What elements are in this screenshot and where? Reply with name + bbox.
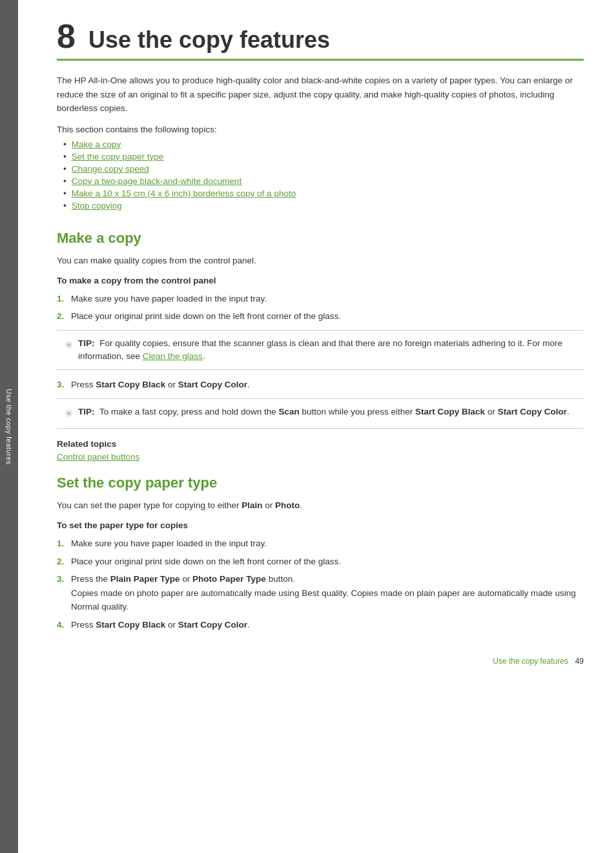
tip2-text-before: To make a fast copy, press and hold down…: [99, 407, 278, 416]
step-num-2: 2.: [57, 309, 71, 324]
make-copy-step-2: 2. Place your original print side down o…: [57, 309, 584, 324]
side-tab: Use the copy features: [0, 0, 18, 853]
sp-step3-after: button.: [266, 574, 295, 584]
set-paper-bold1: Plain: [241, 500, 262, 510]
sp-step4-bold2: Start Copy Color: [178, 620, 247, 630]
toc-list: Make a copy Set the copy paper type Chan…: [63, 139, 584, 211]
chapter-number: 8: [57, 19, 76, 53]
tip-sun-icon-1: ✳: [65, 338, 73, 353]
tip-text-after-1: .: [203, 351, 205, 361]
toc-item-5: Make a 10 x 15 cm (4 x 6 inch) borderles…: [63, 189, 584, 198]
tip-clean-glass-link[interactable]: Clean the glass: [143, 351, 203, 361]
tip-label-2: TIP:: [78, 407, 95, 416]
tip-box-2: ✳ TIP: To make a fast copy, press and ho…: [57, 398, 584, 429]
toc-link-two-page[interactable]: Copy a two-page black-and-white document: [72, 176, 241, 186]
sp-step-num-2: 2.: [57, 555, 71, 569]
toc-link-set-paper-type[interactable]: Set the copy paper type: [72, 152, 164, 161]
make-copy-steps: 1. Make sure you have paper loaded in th…: [57, 292, 584, 324]
sp-step-text-3: Press the Plain Paper Type or Photo Pape…: [71, 572, 584, 614]
set-paper-subheading: To set the paper type for copies: [57, 520, 584, 530]
set-paper-step-4: 4. Press Start Copy Black or Start Copy …: [57, 618, 584, 632]
toc-link-borderless[interactable]: Make a 10 x 15 cm (4 x 6 inch) borderles…: [72, 189, 296, 198]
page-footer: Use the copy features 49: [57, 652, 584, 666]
set-paper-intro-after: .: [300, 500, 302, 510]
step-text-2: Place your original print side down on t…: [71, 309, 584, 324]
step3-bold1: Start Copy Black: [96, 380, 165, 389]
make-copy-step3-list: 3. Press Start Copy Black or Start Copy …: [57, 378, 584, 392]
toc-link-stop-copying[interactable]: Stop copying: [72, 201, 122, 211]
step-num-1: 1.: [57, 292, 71, 306]
make-copy-heading: Make a copy: [57, 230, 584, 247]
make-copy-step-3: 3. Press Start Copy Black or Start Copy …: [57, 378, 584, 392]
sp-step3-mid: or: [180, 574, 193, 584]
tip-content-2: TIP: To make a fast copy, press and hold…: [78, 406, 570, 418]
toc-item-3: Change copy speed: [63, 164, 584, 174]
set-paper-intro-before: You can set the paper type for copying t…: [57, 500, 241, 510]
tip2-bold1: Scan: [278, 407, 299, 416]
set-paper-bold2: Photo: [275, 500, 300, 510]
sp-step-text-2: Place your original print side down on t…: [71, 555, 584, 569]
step-text-1: Make sure you have paper loaded in the i…: [71, 292, 584, 306]
topics-intro: This section contains the following topi…: [57, 125, 584, 134]
toc-link-make-copy[interactable]: Make a copy: [72, 139, 121, 149]
sp-step4-bold1: Start Copy Black: [96, 620, 165, 630]
set-paper-step-3: 3. Press the Plain Paper Type or Photo P…: [57, 572, 584, 614]
chapter-header: 8 Use the copy features: [57, 19, 584, 61]
set-paper-intro-mid: or: [262, 500, 275, 510]
toc-link-change-speed[interactable]: Change copy speed: [72, 164, 149, 174]
make-copy-subheading: To make a copy from the control panel: [57, 276, 584, 285]
toc-item-1: Make a copy: [63, 139, 584, 149]
related-topics-label: Related topics: [57, 439, 584, 449]
tip2-text-after: .: [567, 407, 570, 416]
tip-content-1: TIP: For quality copies, ensure that the…: [78, 337, 576, 364]
tip-box-1: ✳ TIP: For quality copies, ensure that t…: [57, 330, 584, 371]
tip2-bold3: Start Copy Color: [498, 407, 567, 416]
control-panel-buttons-link[interactable]: Control panel buttons: [57, 452, 139, 462]
tip-sun-icon-2: ✳: [65, 406, 73, 422]
step3-text-before: Press: [71, 380, 96, 389]
sp-step4-before: Press: [71, 620, 96, 630]
sp-step-num-4: 4.: [57, 618, 71, 632]
sp-step4-after: .: [247, 620, 250, 630]
sp-step-num-1: 1.: [57, 537, 71, 551]
sp-step-text-1: Make sure you have paper loaded in the i…: [71, 537, 584, 551]
set-paper-steps: 1. Make sure you have paper loaded in th…: [57, 537, 584, 632]
tip2-bold2: Start Copy Black: [415, 407, 485, 416]
toc-item-2: Set the copy paper type: [63, 152, 584, 161]
step3-text-after: .: [247, 380, 250, 389]
tip2-text-mid2: or: [485, 407, 498, 416]
sp-step3-bold2: Photo Paper Type: [192, 574, 266, 584]
sp-step3-before: Press the: [71, 574, 110, 584]
set-paper-step-2: 2. Place your original print side down o…: [57, 555, 584, 569]
step-text-3: Press Start Copy Black or Start Copy Col…: [71, 378, 584, 392]
related-topics: Related topics Control panel buttons: [57, 439, 584, 462]
intro-paragraph: The HP All-in-One allows you to produce …: [57, 74, 584, 116]
make-copy-step-1: 1. Make sure you have paper loaded in th…: [57, 292, 584, 306]
footer-page: 49: [571, 657, 584, 666]
footer-text: Use the copy features: [493, 657, 568, 666]
side-tab-label: Use the copy features: [5, 389, 13, 465]
tip-label-1: TIP:: [78, 338, 95, 348]
sp-step-num-3: 3.: [57, 572, 71, 586]
main-content: 8 Use the copy features The HP All-in-On…: [18, 0, 616, 853]
set-paper-type-intro: You can set the paper type for copying t…: [57, 500, 584, 510]
step3-bold2: Start Copy Color: [178, 380, 247, 389]
make-copy-intro: You can make quality copies from the con…: [57, 256, 584, 265]
step3-text-mid: or: [165, 380, 178, 389]
sp-step4-mid: or: [165, 620, 178, 630]
set-paper-step-1: 1. Make sure you have paper loaded in th…: [57, 537, 584, 551]
step-num-3: 3.: [57, 378, 71, 392]
sp-step-text-4: Press Start Copy Black or Start Copy Col…: [71, 618, 584, 632]
toc-item-6: Stop copying: [63, 201, 584, 211]
set-paper-type-heading: Set the copy paper type: [57, 475, 584, 491]
tip2-text-mid: button while you press either: [300, 407, 415, 416]
sp-step3-extra: Copies made on photo paper are automatic…: [71, 588, 576, 612]
chapter-title: Use the copy features: [88, 26, 330, 54]
toc-item-4: Copy a two-page black-and-white document: [63, 176, 584, 186]
sp-step3-bold1: Plain Paper Type: [110, 574, 180, 584]
